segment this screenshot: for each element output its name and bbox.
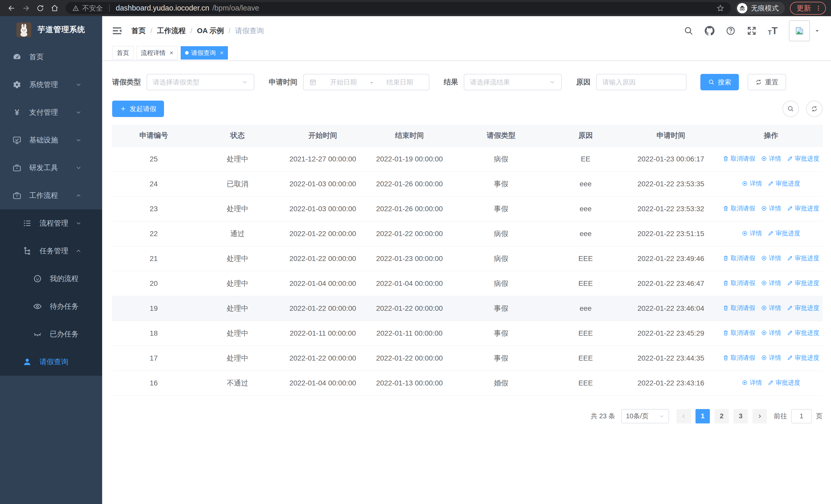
sidebar-collapse-icon[interactable]: [112, 26, 122, 36]
sidebar-item-11[interactable]: 请假查询: [0, 348, 102, 376]
breadcrumb-oa[interactable]: OA 示例: [197, 26, 224, 36]
breadcrumb-home[interactable]: 首页: [132, 26, 146, 36]
sidebar-item-3[interactable]: 基础设施: [0, 126, 102, 154]
detail-action[interactable]: 详情: [742, 379, 762, 387]
end-date-input[interactable]: [376, 78, 423, 86]
page-button-3[interactable]: 3: [734, 409, 748, 423]
cell-end: 2022-01-22 00:00:00: [366, 221, 453, 246]
cancel-leave-action[interactable]: 取消请假: [723, 204, 755, 212]
goto-page-input[interactable]: [791, 409, 812, 423]
sidebar-item-8[interactable]: 我的流程: [0, 265, 102, 293]
page-size-select[interactable]: 10条/页: [621, 409, 669, 423]
progress-action[interactable]: 审批进度: [787, 304, 820, 312]
sidebar-item-5[interactable]: 工作流程: [0, 182, 102, 209]
breadcrumb-separator: /: [191, 27, 193, 35]
tag-0[interactable]: 首页: [112, 46, 134, 60]
search-icon[interactable]: [684, 26, 693, 36]
detail-action[interactable]: 详情: [742, 179, 762, 187]
progress-action[interactable]: 审批进度: [787, 279, 820, 287]
progress-action[interactable]: 审批进度: [768, 179, 800, 187]
leave-type-select[interactable]: [147, 74, 254, 90]
browser-update-button[interactable]: 更新: [790, 2, 826, 14]
cell-type: 事假: [453, 346, 549, 370]
apply-time-range-picker[interactable]: -: [303, 74, 429, 90]
browser-reload-button[interactable]: [34, 2, 47, 14]
progress-action[interactable]: 审批进度: [768, 229, 800, 237]
progress-action-label: 审批进度: [795, 154, 820, 163]
prev-page-button[interactable]: [677, 409, 691, 423]
sidebar-item-2[interactable]: ¥支付管理: [0, 98, 102, 126]
breadcrumb-workflow[interactable]: 工作流程: [157, 26, 186, 36]
reason-input[interactable]: [602, 78, 680, 86]
tag-close-icon[interactable]: ×: [220, 49, 224, 56]
address-bar[interactable]: 不安全 dashboard.yudao.iocoder.cn/bpm/oa/le…: [66, 2, 731, 14]
avatar-placeholder-icon: [789, 20, 810, 41]
sidebar-item-1[interactable]: 系统管理: [0, 71, 102, 98]
progress-action[interactable]: 审批进度: [787, 354, 820, 362]
cell-id: 20: [112, 271, 195, 296]
result-select[interactable]: [464, 74, 562, 90]
sidebar-item-10[interactable]: 已办任务: [0, 320, 102, 348]
progress-action[interactable]: 审批进度: [787, 154, 820, 163]
sidebar-item-7[interactable]: 任务管理: [0, 237, 102, 265]
browser-forward-button[interactable]: [20, 2, 32, 14]
bookmark-star-icon[interactable]: [717, 4, 724, 12]
detail-action[interactable]: 详情: [761, 154, 781, 163]
sidebar-item-4[interactable]: 研发工具: [0, 154, 102, 182]
tag-1[interactable]: 流程详情×: [137, 46, 178, 60]
reason-input-box[interactable]: [596, 74, 687, 90]
cancel-leave-action[interactable]: 取消请假: [723, 304, 755, 312]
help-icon[interactable]: [726, 26, 736, 36]
progress-action[interactable]: 审批进度: [787, 204, 820, 212]
page-button-1[interactable]: 1: [695, 409, 710, 423]
cell-reason: EEE: [549, 370, 622, 395]
detail-action[interactable]: 详情: [761, 279, 781, 287]
next-page-button[interactable]: [752, 409, 767, 423]
cancel-leave-action[interactable]: 取消请假: [723, 329, 755, 337]
hide-search-button[interactable]: [782, 100, 799, 117]
refresh-table-button[interactable]: [806, 100, 823, 117]
view-icon: [761, 255, 767, 261]
cancel-leave-action[interactable]: 取消请假: [723, 354, 755, 362]
eye-closed-icon: [33, 329, 42, 339]
progress-action-label: 审批进度: [776, 379, 800, 387]
app-logo[interactable]: 芋道管理系统: [0, 16, 102, 43]
cancel-leave-action[interactable]: 取消请假: [723, 279, 755, 287]
user-avatar[interactable]: [789, 20, 820, 41]
leave-type-select-input[interactable]: [153, 78, 239, 86]
detail-action[interactable]: 详情: [761, 254, 781, 262]
github-icon[interactable]: [705, 26, 715, 36]
cancel-leave-action[interactable]: 取消请假: [723, 154, 755, 163]
sidebar-item-0[interactable]: 首页: [0, 43, 102, 71]
detail-action[interactable]: 详情: [761, 304, 781, 312]
sidebar-item-6[interactable]: 流程管理: [0, 209, 102, 237]
result-select-input[interactable]: [470, 78, 547, 86]
view-icon: [761, 155, 767, 162]
progress-action[interactable]: 审批进度: [787, 329, 820, 337]
browser-menu-dots-icon[interactable]: [815, 5, 822, 11]
browser-home-button[interactable]: [48, 2, 61, 14]
fullscreen-icon[interactable]: [747, 26, 756, 36]
font-size-icon[interactable]: TT: [768, 26, 778, 36]
browser-back-button[interactable]: [5, 2, 18, 14]
detail-action[interactable]: 详情: [761, 354, 781, 362]
create-leave-button[interactable]: 发起请假: [112, 100, 164, 117]
cancel-leave-action[interactable]: 取消请假: [723, 254, 755, 262]
cancel-leave-action-label: 取消请假: [730, 354, 755, 362]
security-label[interactable]: 不安全: [82, 4, 103, 13]
progress-action[interactable]: 审批进度: [768, 379, 800, 387]
page-button-2[interactable]: 2: [715, 409, 729, 423]
detail-action[interactable]: 详情: [742, 229, 762, 237]
progress-action[interactable]: 审批进度: [787, 254, 820, 262]
detail-action[interactable]: 详情: [761, 204, 781, 212]
pagination-goto: 前往 页: [774, 409, 823, 423]
reset-button[interactable]: 重置: [748, 74, 786, 90]
start-date-input[interactable]: [320, 78, 367, 86]
sidebar-item-9[interactable]: 待办任务: [0, 293, 102, 320]
tag-close-icon[interactable]: ×: [170, 49, 173, 56]
tag-2[interactable]: 请假查询×: [181, 46, 228, 60]
cell-id: 19: [112, 296, 195, 321]
search-button[interactable]: 搜索: [700, 74, 739, 90]
detail-action[interactable]: 详情: [761, 329, 781, 337]
edit-icon: [768, 380, 774, 386]
